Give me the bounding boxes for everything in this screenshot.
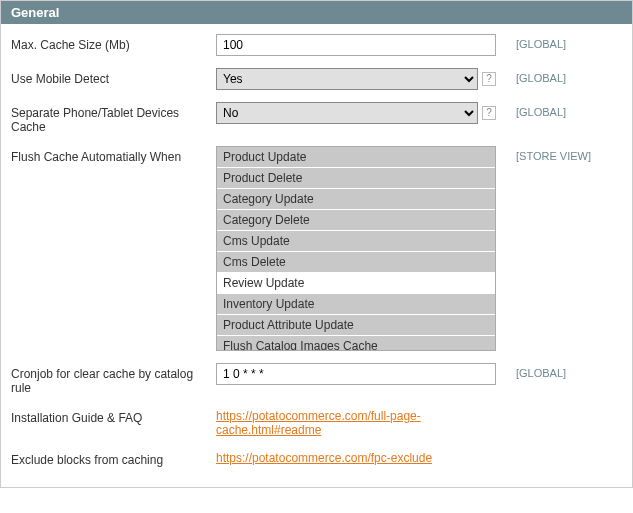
panel-body: Max. Cache Size (Mb) [GLOBAL] Use Mobile… <box>1 24 632 487</box>
label-exclude-blocks: Exclude blocks from caching <box>11 449 216 467</box>
row-cronjob: Cronjob for clear cache by catalog rule … <box>11 363 622 395</box>
install-guide-link[interactable]: https://potatocommerce.com/full-page-cac… <box>216 409 421 437</box>
flush-option[interactable]: Product Attribute Update <box>217 315 495 336</box>
scope-separate-cache: [GLOBAL] <box>496 102 622 118</box>
scope-max-cache: [GLOBAL] <box>496 34 622 50</box>
flush-option[interactable]: Flush Catalog Images Cache <box>217 336 495 351</box>
panel-title: General <box>11 5 59 20</box>
general-panel: General Max. Cache Size (Mb) [GLOBAL] Us… <box>0 0 633 488</box>
flush-option[interactable]: Cms Delete <box>217 252 495 273</box>
flush-cache-multiselect[interactable]: Product UpdateProduct DeleteCategory Upd… <box>216 146 496 351</box>
label-max-cache: Max. Cache Size (Mb) <box>11 34 216 52</box>
flush-option[interactable]: Review Update <box>217 273 495 294</box>
mobile-detect-select[interactable]: Yes <box>216 68 478 90</box>
flush-option[interactable]: Inventory Update <box>217 294 495 315</box>
label-flush-cache: Flush Cache Automatially When <box>11 146 216 164</box>
exclude-blocks-link[interactable]: https://potatocommerce.com/fpc-exclude <box>216 451 432 465</box>
max-cache-input[interactable] <box>216 34 496 56</box>
separate-cache-select[interactable]: No <box>216 102 478 124</box>
label-mobile-detect: Use Mobile Detect <box>11 68 216 86</box>
label-install-guide: Installation Guide & FAQ <box>11 407 216 425</box>
flush-option[interactable]: Category Update <box>217 189 495 210</box>
scope-cronjob: [GLOBAL] <box>496 363 622 379</box>
cronjob-input[interactable] <box>216 363 496 385</box>
label-cronjob: Cronjob for clear cache by catalog rule <box>11 363 216 395</box>
scope-flush-cache: [STORE VIEW] <box>496 146 622 162</box>
row-separate-cache: Separate Phone/Tablet Devices Cache No ?… <box>11 102 622 134</box>
row-exclude-blocks: Exclude blocks from caching https://pota… <box>11 449 622 467</box>
flush-option[interactable]: Product Update <box>217 147 495 168</box>
row-mobile-detect: Use Mobile Detect Yes ? [GLOBAL] <box>11 68 622 90</box>
row-install-guide: Installation Guide & FAQ https://potatoc… <box>11 407 622 437</box>
label-separate-cache: Separate Phone/Tablet Devices Cache <box>11 102 216 134</box>
flush-option[interactable]: Product Delete <box>217 168 495 189</box>
flush-option[interactable]: Cms Update <box>217 231 495 252</box>
row-flush-cache: Flush Cache Automatially When Product Up… <box>11 146 622 351</box>
panel-header: General <box>1 1 632 24</box>
help-icon[interactable]: ? <box>482 106 496 120</box>
scope-mobile-detect: [GLOBAL] <box>496 68 622 84</box>
help-icon[interactable]: ? <box>482 72 496 86</box>
row-max-cache: Max. Cache Size (Mb) [GLOBAL] <box>11 34 622 56</box>
flush-option[interactable]: Category Delete <box>217 210 495 231</box>
